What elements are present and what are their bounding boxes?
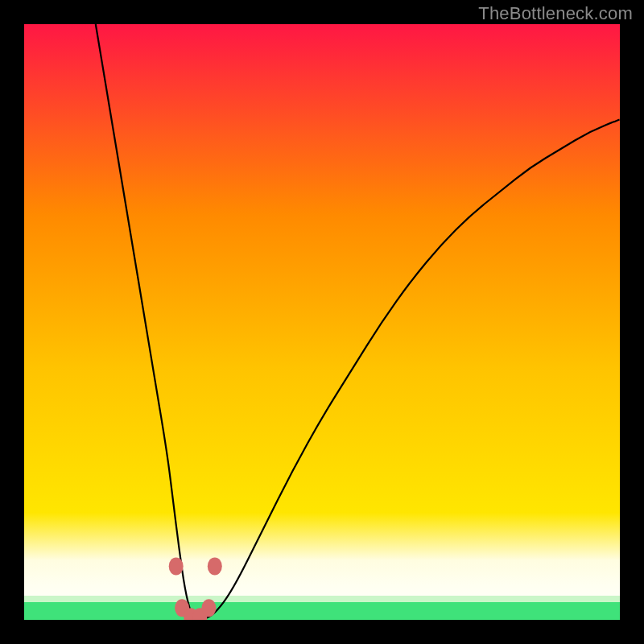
chart-svg	[24, 24, 620, 620]
green-band-fade	[24, 596, 620, 602]
watermark-label: TheBottleneck.com	[478, 3, 633, 24]
gradient-background	[24, 24, 620, 620]
plot-area	[24, 24, 620, 620]
curve-marker	[208, 557, 222, 575]
chart-frame: TheBottleneck.com	[0, 0, 644, 644]
curve-marker	[201, 599, 216, 617]
curve-marker	[169, 557, 184, 575]
green-band	[24, 602, 620, 620]
